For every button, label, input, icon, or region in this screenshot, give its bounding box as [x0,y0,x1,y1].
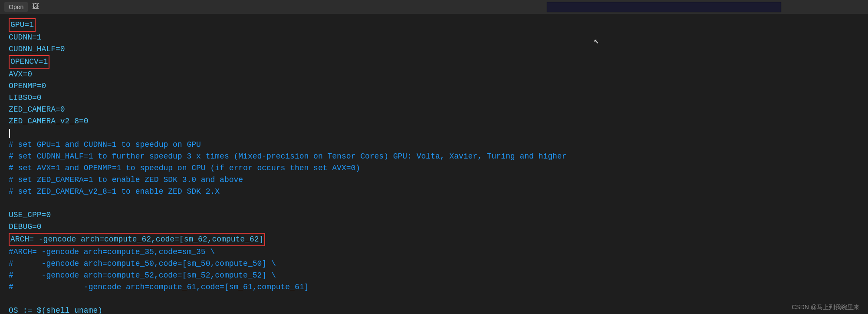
code-line: AVX=0 [9,69,859,80]
code-line: #ARCH= -gencode arch=compute_35,code=sm_… [9,246,859,258]
toolbar-icon: 🖼 [32,2,39,12]
code-line: # set ZED_CAMERA=1 to enable ZED SDK 3.0… [9,174,859,186]
code-text: # set ZED_CAMERA=1 to enable ZED SDK 3.0… [9,174,243,186]
code-line: LIBSO=0 [9,92,859,104]
code-line: USE_CPP=0 [9,209,859,221]
code-text: # -gencode arch=compute_50,code=[sm_50,c… [9,258,276,270]
code-text: # set AVX=1 and OPENMP=1 to speedup on C… [9,162,360,174]
code-line [9,127,859,139]
code-text: ZED_CAMERA_v2_8=0 [9,116,89,127]
code-text: OS := $(shell uname) [9,305,102,314]
code-line: # set ZED_CAMERA_v2_8=1 to enable ZED SD… [9,186,859,198]
code-line: # -gencode arch=compute_61,code=[sm_61,c… [9,281,859,293]
code-line: OPENCV=1 [9,55,859,69]
highlighted-code: GPU=1 [9,18,36,32]
code-line [9,198,859,209]
code-line: # -gencode arch=compute_50,code=[sm_50,c… [9,258,859,270]
code-line: CUDNN_HALF=0 [9,43,859,55]
code-text: # set ZED_CAMERA_v2_8=1 to enable ZED SD… [9,186,220,198]
code-line: OS := $(shell uname) [9,305,859,314]
code-line: CUDNN=1 [9,32,859,43]
code-line: ZED_CAMERA_v2_8=0 [9,116,859,127]
highlighted-code: OPENCV=1 [9,55,49,69]
code-text: CUDNN=1 [9,32,42,43]
code-area: GPU=1CUDNN=1CUDNN_HALF=0OPENCV=1AVX=0OPE… [0,14,868,314]
code-line: # set AVX=1 and OPENMP=1 to speedup on C… [9,162,859,174]
code-line: ZED_CAMERA=0 [9,104,859,116]
search-input[interactable] [547,4,781,10]
highlighted-code: ARCH= -gencode arch=compute_62,code=[sm_… [9,233,265,246]
code-text: AVX=0 [9,69,32,80]
code-line: GPU=1 [9,18,859,32]
code-text: DEBUG=0 [9,221,42,233]
code-text: # -gencode arch=compute_52,code=[sm_52,c… [9,270,276,281]
code-line: ARCH= -gencode arch=compute_62,code=[sm_… [9,233,859,246]
code-text: LIBSO=0 [9,92,42,104]
code-text: #ARCH= -gencode arch=compute_35,code=sm_… [9,246,215,258]
code-text: CUDNN_HALF=0 [9,43,65,55]
toolbar-search [547,2,781,12]
code-text: USE_CPP=0 [9,209,51,221]
code-line: OPENMP=0 [9,80,859,92]
code-line: # set GPU=1 and CUDNN=1 to speedup on GP… [9,139,859,151]
code-line [9,293,859,305]
code-line: # set CUDNN_HALF=1 to further speedup 3 … [9,151,859,162]
toolbar: Open 🖼 [0,0,868,14]
code-line: # -gencode arch=compute_52,code=[sm_52,c… [9,270,859,281]
open-button[interactable]: Open [4,2,28,12]
code-text: # set CUDNN_HALF=1 to further speedup 3 … [9,151,566,162]
code-line: DEBUG=0 [9,221,859,233]
text-cursor [9,129,10,138]
code-text: # -gencode arch=compute_61,code=[sm_61,c… [9,281,309,293]
code-text: # set GPU=1 and CUDNN=1 to speedup on GP… [9,139,201,151]
code-text: OPENMP=0 [9,80,46,92]
code-text: ZED_CAMERA=0 [9,104,65,116]
watermark: CSDN @马上到我碗里来 [792,303,859,312]
